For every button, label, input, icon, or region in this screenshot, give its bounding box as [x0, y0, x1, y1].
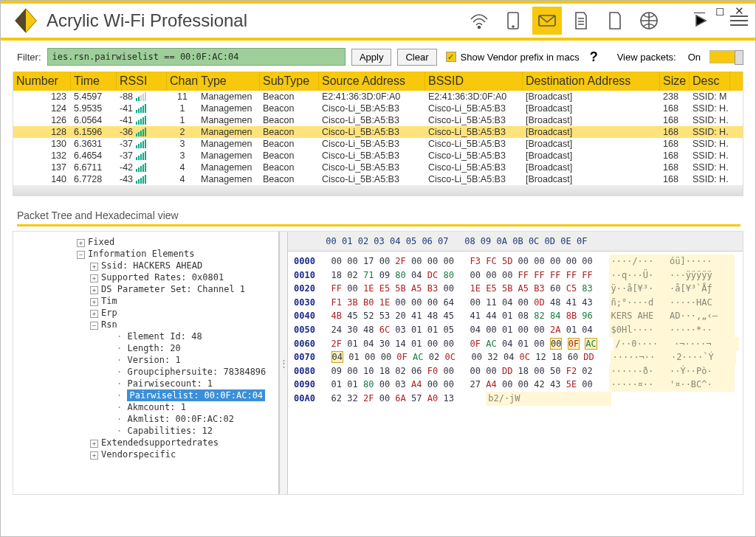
column-header[interactable]: Source Address — [319, 72, 425, 91]
table-row[interactable]: 1286.1596-36 2ManagemenBeaconCisco-Li_5B… — [13, 126, 743, 138]
app-logo-icon — [13, 7, 39, 34]
column-header[interactable]: Time — [71, 72, 117, 91]
help-icon[interactable]: ? — [590, 49, 598, 65]
view-packets-toggle[interactable] — [709, 50, 743, 63]
clear-button[interactable]: Clear — [397, 49, 436, 66]
hex-view[interactable]: 00 01 02 03 04 05 06 07 08 09 0A 0B 0C 0… — [288, 232, 743, 494]
column-header[interactable]: SubType — [260, 72, 319, 91]
column-header[interactable]: BSSID — [425, 72, 523, 91]
column-header[interactable]: Desc — [690, 72, 730, 91]
table-row[interactable]: 1306.3631-37 3ManagemenBeaconCisco-Li_5B… — [13, 138, 743, 150]
filter-input[interactable] — [47, 48, 346, 66]
column-header[interactable]: RSSI — [117, 72, 167, 91]
document-blank-icon[interactable] — [600, 7, 630, 35]
table-row[interactable]: 1406.7728-43 4ManagemenBeaconCisco-Li_5B… — [13, 173, 743, 185]
packet-grid: NumberTimeRSSIChanTypeSubTypeSource Addr… — [13, 72, 743, 196]
app-title: Acrylic Wi-Fi Professional — [47, 10, 247, 31]
close-button[interactable]: ✕ — [735, 4, 744, 18]
section-title: Packet Tree and Hexadecimal view — [17, 209, 740, 226]
maximize-button[interactable]: ◻ — [715, 4, 724, 18]
document-lines-icon[interactable] — [566, 7, 596, 35]
table-row[interactable]: 1326.4654-37 3ManagemenBeaconCisco-Li_5B… — [13, 150, 743, 162]
grid-scrollbar[interactable] — [13, 185, 743, 195]
view-packets-label: View packets: — [617, 52, 676, 63]
grid-body[interactable]: 1235.4597-88 11ManagemenBeaconE2:41:36:3… — [13, 91, 743, 185]
svg-point-2 — [478, 27, 481, 29]
grid-header: NumberTimeRSSIChanTypeSubTypeSource Addr… — [13, 72, 743, 91]
filter-bar: Filter: Apply Clear ✓Show Vendor prefix … — [1, 41, 755, 72]
filter-label: Filter: — [17, 52, 41, 63]
column-header[interactable]: Chan — [167, 72, 198, 91]
svg-marker-1 — [16, 9, 26, 32]
column-header[interactable]: Destination Address — [523, 72, 660, 91]
table-row[interactable]: 1266.0564-41 1ManagemenBeaconCisco-Li_5B… — [13, 114, 743, 126]
bottom-pane: +Fixed −Information Elements +Ssid: HACK… — [13, 231, 743, 495]
table-row[interactable]: 1245.9535-41 1ManagemenBeaconCisco-Li_5B… — [13, 103, 743, 114]
view-packets-on: On — [688, 52, 701, 63]
apply-button[interactable]: Apply — [351, 49, 392, 66]
tree-selected-node: · Pairwiselist: 00:0F:AC:04 — [16, 389, 275, 401]
wifi-icon[interactable] — [464, 7, 494, 35]
inbox-icon[interactable] — [532, 7, 562, 35]
table-row[interactable]: 1376.6711-42 4ManagemenBeaconCisco-Li_5B… — [13, 162, 743, 173]
pane-resizer[interactable] — [279, 232, 288, 494]
packet-tree[interactable]: +Fixed −Information Elements +Ssid: HACK… — [13, 232, 279, 494]
device-icon[interactable] — [498, 7, 528, 35]
column-header[interactable]: Type — [198, 72, 260, 91]
column-header[interactable]: Number — [13, 72, 71, 91]
table-row[interactable]: 1235.4597-88 11ManagemenBeaconE2:41:36:3… — [13, 91, 743, 103]
vendor-prefix-checkbox[interactable]: ✓Show Vendor prefix in macs — [446, 52, 580, 63]
app-header: Acrylic Wi-Fi Professional — ◻ ✕ — [1, 4, 755, 41]
globe-icon[interactable] — [634, 7, 664, 35]
hex-body: 0000 00 00 17 00 2F 00 00 00 F3 FC 5D 00… — [288, 252, 743, 409]
minimize-button[interactable]: — — [694, 5, 705, 18]
toolbar — [464, 7, 664, 35]
svg-point-4 — [512, 26, 514, 27]
column-header[interactable]: Size — [660, 72, 690, 91]
hex-header: 00 01 02 03 04 05 06 07 08 09 0A 0B 0C 0… — [288, 232, 743, 252]
